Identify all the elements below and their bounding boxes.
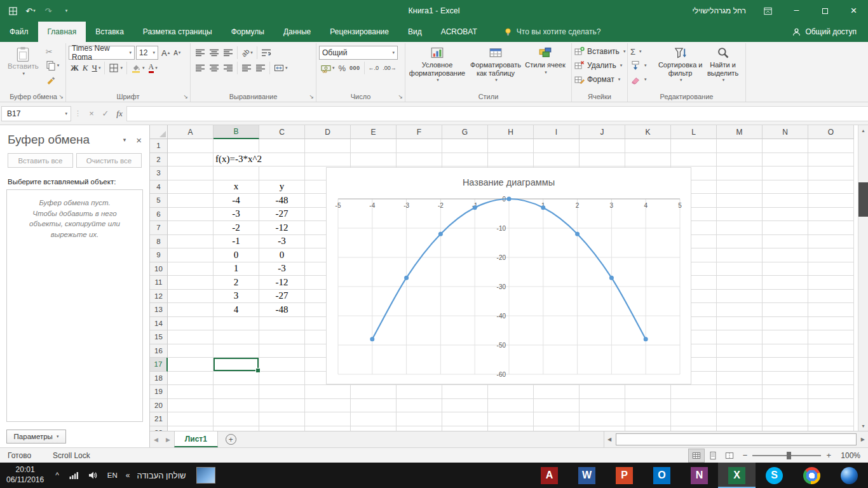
ribbon-tab-разметка-страницы[interactable]: Разметка страницы	[133, 22, 222, 42]
align-center-button[interactable]	[207, 61, 221, 75]
cell-O6[interactable]	[808, 208, 854, 222]
font-dialog-launcher[interactable]: ↘	[183, 94, 188, 100]
cell-O7[interactable]	[808, 221, 854, 235]
cell-M8[interactable]	[717, 235, 763, 249]
formula-input[interactable]	[126, 106, 868, 121]
clear-button[interactable]: ▾	[630, 72, 658, 86]
cell-G19[interactable]	[442, 385, 488, 399]
cell-B8[interactable]: -1	[214, 235, 259, 249]
taskbar-word-icon[interactable]: W	[568, 463, 606, 488]
toolbar-expand-chevron[interactable]: «	[126, 471, 130, 480]
cell-C18[interactable]	[259, 372, 305, 386]
shrink-font-button[interactable]: A▾	[172, 46, 182, 60]
column-header-L[interactable]: L	[671, 125, 717, 139]
wrap-text-button[interactable]	[259, 46, 273, 60]
cell-styles-button[interactable]: Стили ячеек▾	[525, 44, 566, 75]
cell-K21[interactable]	[625, 412, 671, 426]
cell-N9[interactable]	[763, 248, 808, 262]
cancel-entry-button[interactable]: ×	[85, 106, 98, 121]
cell-C11[interactable]: -12	[259, 276, 305, 290]
cell-C21[interactable]	[259, 412, 305, 426]
find-select-button[interactable]: Найти и выделить▾	[703, 44, 743, 83]
cell-I2[interactable]	[534, 153, 580, 167]
taskbar-powerpoint-icon[interactable]: P	[606, 463, 643, 488]
cell-J2[interactable]	[580, 153, 625, 167]
sheet-tab-1[interactable]: Лист1	[174, 431, 218, 447]
format-painter-button[interactable]	[44, 72, 62, 86]
cell-C22[interactable]	[259, 426, 305, 431]
cell-J20[interactable]	[580, 399, 625, 413]
row-header-20[interactable]: 20	[150, 399, 168, 413]
column-header-A[interactable]: A	[168, 125, 214, 139]
cell-A14[interactable]	[168, 317, 214, 331]
cell-A5[interactable]	[168, 194, 214, 208]
paste-button[interactable]: Вставить ▾	[4, 44, 43, 78]
column-header-G[interactable]: G	[442, 125, 488, 139]
cell-D21[interactable]	[305, 412, 351, 426]
cell-M17[interactable]	[717, 358, 763, 372]
row-header-18[interactable]: 18	[150, 372, 168, 386]
sheet-next-button[interactable]: ▶	[162, 431, 174, 447]
ribbon-tab-вставка[interactable]: Вставка	[86, 22, 133, 42]
cell-O22[interactable]	[808, 426, 854, 431]
tell-me-box[interactable]: Что вы хотите сделать?	[503, 22, 601, 42]
cell-H22[interactable]	[488, 426, 534, 431]
cell-O1[interactable]	[808, 139, 854, 153]
hidden-icons-chevron[interactable]: ^	[50, 471, 64, 480]
cell-C6[interactable]: -27	[259, 208, 305, 222]
percent-style-button[interactable]: %	[337, 61, 348, 75]
cell-L1[interactable]	[671, 139, 717, 153]
comma-style-button[interactable]: 000	[348, 61, 362, 75]
cell-N8[interactable]	[763, 235, 808, 249]
clipboard-dialog-launcher[interactable]: ↘	[58, 94, 64, 100]
new-sheet-button[interactable]: +	[226, 434, 236, 445]
row-header-17[interactable]: 17	[150, 358, 168, 372]
close-button[interactable]: ×	[839, 0, 868, 22]
maximize-button[interactable]	[811, 0, 839, 22]
alignment-dialog-launcher[interactable]: ↘	[309, 94, 314, 100]
cell-A3[interactable]	[168, 166, 214, 180]
cell-L22[interactable]	[671, 426, 717, 431]
cell-C8[interactable]: -3	[259, 235, 305, 249]
cell-B16[interactable]	[214, 344, 259, 358]
cell-N1[interactable]	[763, 139, 808, 153]
minimize-button[interactable]: –	[782, 0, 811, 22]
cell-F19[interactable]	[397, 385, 442, 399]
cell-N18[interactable]	[763, 372, 808, 386]
cell-E2[interactable]	[351, 153, 397, 167]
cell-O13[interactable]	[808, 303, 854, 317]
ribbon-tab-формулы[interactable]: Формулы	[222, 22, 274, 42]
cell-M4[interactable]	[717, 180, 763, 194]
cell-A13[interactable]	[168, 303, 214, 317]
cell-O5[interactable]	[808, 194, 854, 208]
cell-M11[interactable]	[717, 276, 763, 290]
align-left-button[interactable]	[193, 61, 207, 75]
cell-K2[interactable]	[625, 153, 671, 167]
cell-C16[interactable]	[259, 344, 305, 358]
cell-J21[interactable]	[580, 412, 625, 426]
align-right-button[interactable]	[221, 61, 235, 75]
cell-I1[interactable]	[534, 139, 580, 153]
cell-N10[interactable]	[763, 262, 808, 276]
row-header-7[interactable]: 7	[150, 221, 168, 235]
format-cells-button[interactable]: Формат▾	[574, 72, 620, 86]
cell-I20[interactable]	[534, 399, 580, 413]
desktop-toolbar-app-icon[interactable]	[196, 467, 215, 484]
cell-E22[interactable]	[351, 426, 397, 431]
column-header-E[interactable]: E	[351, 125, 397, 139]
cell-E1[interactable]	[351, 139, 397, 153]
cell-N17[interactable]	[763, 358, 808, 372]
vertical-scroll-thumb[interactable]	[858, 182, 868, 217]
decrease-decimal-button[interactable]: .00→	[381, 61, 398, 75]
cell-O4[interactable]	[808, 180, 854, 194]
cell-C7[interactable]: -12	[259, 221, 305, 235]
cell-J19[interactable]	[580, 385, 625, 399]
volume-icon[interactable]	[88, 470, 98, 480]
orientation-button[interactable]: ab▾	[240, 46, 255, 60]
cell-O9[interactable]	[808, 248, 854, 262]
cell-M7[interactable]	[717, 221, 763, 235]
number-format-combo[interactable]: Общий▾	[319, 46, 398, 60]
cell-A10[interactable]	[168, 262, 214, 276]
increase-indent-button[interactable]	[254, 61, 268, 75]
cell-I21[interactable]	[534, 412, 580, 426]
